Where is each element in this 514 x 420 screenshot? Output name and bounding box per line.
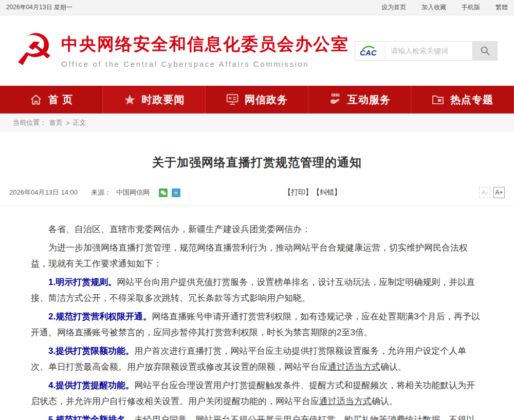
article-item-4: 4.提供打赏提醒功能。网站平台应合理设置用户打赏提醒触发条件、提醒方式和提醒频次…	[31, 377, 483, 409]
item-4-lead: 4.提供打赏提醒功能。	[48, 380, 134, 390]
font-smaller-button[interactable]: A-	[479, 187, 490, 198]
item-2-lead: 2.规范打赏营利权限开通。	[48, 312, 152, 321]
search-button[interactable]	[472, 42, 497, 60]
article-item-3: 3.提供打赏限额功能。用户首次进行直播打赏，网站平台应主动提供打赏限额设置服务，…	[31, 343, 483, 375]
breadcrumb-separator: >	[66, 119, 70, 127]
print-button[interactable]: 【打印】	[284, 188, 313, 197]
current-date: 2026年04月13日 星期一	[6, 3, 72, 12]
nav-item-home[interactable]: 首 页	[0, 86, 103, 113]
nav-item-hot-topics[interactable]: 热点专题	[411, 86, 514, 113]
nav-item-cyberspace-affairs[interactable]: 网信政务	[206, 86, 308, 113]
item-1-lead: 1.明示打赏规则。	[48, 277, 117, 287]
article-item-1: 1.明示打赏规则。网站平台向用户提供充值打赏服务，设置榜单排名，设计互动玩法，应…	[31, 274, 483, 306]
home-icon	[29, 93, 43, 106]
folder-icon	[431, 93, 445, 106]
error-correction-button[interactable]: 【纠错】	[313, 188, 341, 197]
mobile-version-link[interactable]: 手机版	[462, 3, 480, 12]
topbar-links: 设为首页 加入收藏 手机版 繁體	[381, 3, 508, 12]
article-meta-left: 2026年04月13日 14:00 来源： 中国网信网	[9, 188, 180, 197]
item-5-lead: 5.规范打赏金额排名。	[48, 415, 134, 420]
article-actions: 【打印】 【纠错】	[284, 188, 341, 197]
svg-text:CAC: CAC	[360, 48, 377, 57]
masthead: ☭ 中央网络安全和信息化委员会办公室 Office of the Central…	[0, 15, 514, 86]
article-content: 关于加强网络直播打赏规范管理的通知 2026年04月13日 14:00 来源： …	[0, 132, 514, 420]
nav-label-interactive-services: 互动服务	[347, 93, 391, 107]
item-3-text2: 确认。	[380, 362, 407, 372]
qzone-share-icon[interactable]	[172, 188, 180, 197]
article-datetime: 2026年04月13日 14:00	[9, 188, 78, 197]
nav-item-politics-news[interactable]: 时政要闻	[103, 86, 206, 113]
search-input[interactable]	[385, 42, 472, 60]
article-title: 关于加强网络直播打赏规范管理的通知	[0, 132, 514, 170]
party-emblem-icon: ☭	[14, 28, 54, 72]
nav-label-cyberspace-affairs: 网信政务	[245, 93, 288, 107]
paragraph-intro: 为进一步加强网络直播打赏管理，规范网络直播营利行为，推动网站平台合规健康运营，切…	[31, 240, 483, 272]
breadcrumb: 当前位置： 首页 > 正文	[0, 113, 514, 132]
article-body: 各省、自治区、直辖市党委网信办，新疆生产建设兵团党委网信办： 为进一步加强网络直…	[0, 206, 514, 420]
item-3-lead: 3.提供打赏限额功能。	[48, 346, 134, 356]
source-label: 来源：	[91, 188, 111, 197]
breadcrumb-label: 当前位置：	[13, 118, 46, 127]
search-icon	[480, 45, 491, 56]
nav-label-hot-topics: 热点专题	[450, 93, 493, 107]
nav-item-interactive-services[interactable]: 互动服务	[308, 86, 411, 113]
font-size-controls: A- A+	[479, 187, 505, 198]
font-larger-button[interactable]: A+	[493, 187, 505, 198]
set-homepage-link[interactable]: 设为首页	[381, 3, 406, 12]
cac-logo-graphic: CAC	[358, 44, 382, 58]
item-4-underline: 通过适当方式	[319, 396, 372, 406]
nav-label-politics-news: 时政要闻	[142, 93, 185, 107]
site-identity[interactable]: 中央网络安全和信息化委员会办公室 Office of the Central C…	[61, 33, 349, 68]
item-4-text2: 确认。	[372, 396, 398, 406]
site-subtitle: Office of the Central Cyberspace Affairs…	[61, 60, 349, 68]
service-hand-icon	[328, 93, 342, 106]
search-box: CAC	[355, 41, 498, 61]
wechat-share-icon[interactable]	[159, 188, 168, 197]
add-favorite-link[interactable]: 加入收藏	[421, 3, 446, 12]
breadcrumb-current: 正文	[73, 118, 86, 127]
traditional-chinese-link[interactable]: 繁體	[495, 3, 508, 12]
nav-label-home: 首 页	[48, 93, 74, 107]
item-3-underline: 通过适当方式	[328, 362, 380, 372]
site-title: 中央网络安全和信息化委员会办公室	[61, 33, 349, 56]
main-nav: 首 页 时政要闻 网信政务	[0, 86, 514, 113]
article-source: 中国网信网	[116, 188, 150, 197]
star-icon	[123, 93, 136, 106]
paragraph-salutation: 各省、自治区、直辖市党委网信办，新疆生产建设兵团党委网信办：	[31, 221, 483, 237]
article-meta-row: 2026年04月13日 14:00 来源： 中国网信网 【打印】 【纠错】 A-…	[0, 187, 514, 206]
cac-logo[interactable]: CAC	[355, 42, 385, 60]
monitor-icon	[226, 93, 239, 106]
top-utility-bar: 2026年04月13日 星期一 设为首页 加入收藏 手机版 繁體	[0, 0, 514, 15]
breadcrumb-home-link[interactable]: 首页	[49, 118, 63, 127]
article-item-2: 2.规范打赏营利权限开通。网络直播账号申请开通打赏营利权限，如有违规记录，应在处…	[31, 309, 483, 340]
article-item-5: 5.规范打赏金额排名。未经用户同意，网站平台不得公开展示用户充值打赏、购买礼物等…	[31, 412, 483, 420]
